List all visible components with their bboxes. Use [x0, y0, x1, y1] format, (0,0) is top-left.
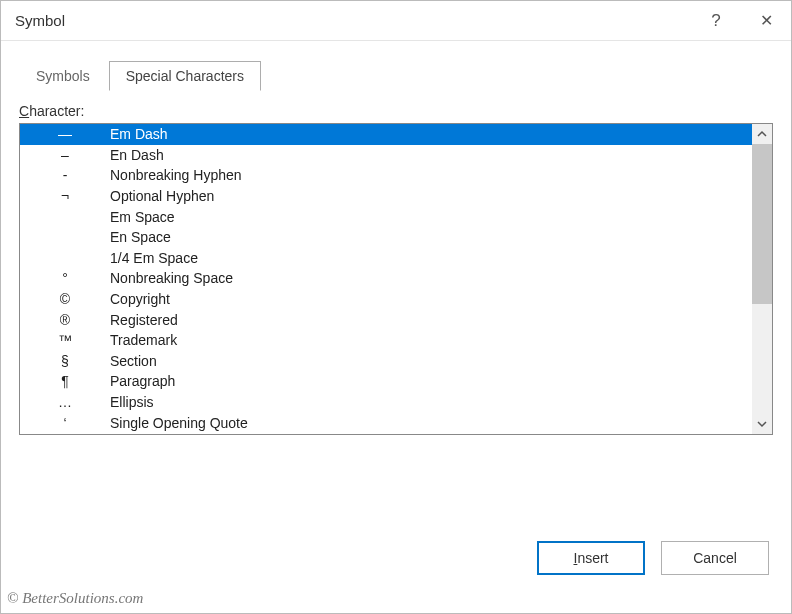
list-item[interactable]: –En Dash — [20, 145, 752, 166]
list-item-symbol: § — [20, 353, 110, 369]
list-item[interactable]: ™Trademark — [20, 330, 752, 351]
character-listbox[interactable]: —Em Dash–En Dash-Nonbreaking Hyphen¬Opti… — [19, 123, 773, 435]
list-item-name: Copyright — [110, 291, 752, 307]
list-item-symbol: ° — [20, 270, 110, 286]
scrollbar-thumb[interactable] — [752, 144, 772, 304]
list-item-symbol: © — [20, 291, 110, 307]
chevron-up-icon — [757, 129, 767, 139]
watermark-text: © BetterSolutions.com — [7, 590, 143, 607]
list-item-name: Section — [110, 353, 752, 369]
list-item[interactable]: °Nonbreaking Space — [20, 268, 752, 289]
list-item[interactable]: —Em Dash — [20, 124, 752, 145]
list-item-name: Nonbreaking Hyphen — [110, 167, 752, 183]
list-item-name: En Space — [110, 229, 752, 245]
list-item[interactable]: -Nonbreaking Hyphen — [20, 165, 752, 186]
list-item[interactable]: En Space — [20, 227, 752, 248]
scroll-up-button[interactable] — [752, 124, 772, 144]
window-title: Symbol — [15, 12, 691, 29]
list-item[interactable]: Em Space — [20, 206, 752, 227]
scrollbar-track[interactable] — [752, 144, 772, 414]
list-item-symbol: … — [20, 394, 110, 410]
list-item-symbol: ¶ — [20, 373, 110, 389]
insert-button[interactable]: Insert — [537, 541, 645, 575]
tab-symbols[interactable]: Symbols — [19, 61, 107, 91]
special-characters-panel: Character: —Em Dash–En Dash-Nonbreaking … — [1, 91, 791, 435]
list-item[interactable]: ‘Single Opening Quote — [20, 412, 752, 433]
list-item-name: Ellipsis — [110, 394, 752, 410]
list-item-name: En Dash — [110, 147, 752, 163]
list-item[interactable]: ®Registered — [20, 309, 752, 330]
list-item-symbol: ® — [20, 312, 110, 328]
list-item-name: Registered — [110, 312, 752, 328]
list-item[interactable]: ¶Paragraph — [20, 371, 752, 392]
chevron-down-icon — [757, 419, 767, 429]
list-item-name: Nonbreaking Space — [110, 270, 752, 286]
list-item[interactable]: 1/4 Em Space — [20, 248, 752, 269]
list-item[interactable]: §Section — [20, 351, 752, 372]
scroll-down-button[interactable] — [752, 414, 772, 434]
tab-special-characters[interactable]: Special Characters — [109, 61, 261, 91]
window-controls: ? ✕ — [691, 1, 791, 40]
cancel-button[interactable]: Cancel — [661, 541, 769, 575]
list-item-symbol: - — [20, 167, 110, 183]
character-label: Character: — [19, 103, 773, 119]
list-item-name: 1/4 Em Space — [110, 250, 752, 266]
list-item-name: Single Opening Quote — [110, 415, 752, 431]
tab-strip: Symbols Special Characters — [1, 41, 791, 91]
window-titlebar: Symbol ? ✕ — [1, 1, 791, 41]
list-item-symbol: ¬ — [20, 188, 110, 204]
list-item[interactable]: …Ellipsis — [20, 392, 752, 413]
help-button[interactable]: ? — [691, 1, 741, 40]
list-item-name: Em Space — [110, 209, 752, 225]
close-button[interactable]: ✕ — [741, 1, 791, 40]
list-item-name: Trademark — [110, 332, 752, 348]
list-item-name: Optional Hyphen — [110, 188, 752, 204]
dialog-footer: Insert Cancel — [1, 541, 791, 575]
list-item-symbol: — — [20, 126, 110, 142]
list-item-name: Em Dash — [110, 126, 752, 142]
list-item-symbol: – — [20, 147, 110, 163]
list-item-symbol: ‘ — [20, 415, 110, 431]
list-item-symbol: ™ — [20, 332, 110, 348]
list-item-name: Paragraph — [110, 373, 752, 389]
list-item[interactable]: ©Copyright — [20, 289, 752, 310]
character-list-items: —Em Dash–En Dash-Nonbreaking Hyphen¬Opti… — [20, 124, 752, 434]
listbox-scrollbar[interactable] — [752, 124, 772, 434]
list-item[interactable]: ¬Optional Hyphen — [20, 186, 752, 207]
